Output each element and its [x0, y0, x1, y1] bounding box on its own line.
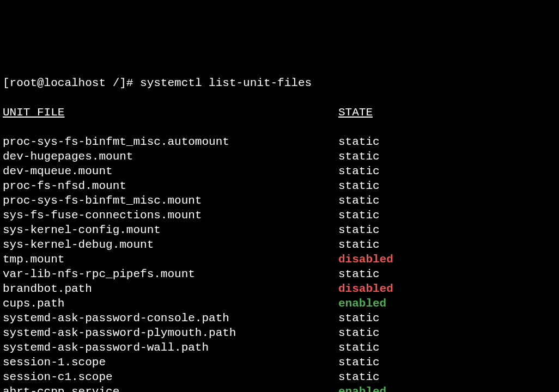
- prompt-user-host: [root@localhost /]#: [3, 77, 133, 89]
- table-row: session-1.scopestatic: [3, 355, 556, 370]
- table-row: session-c1.scopestatic: [3, 370, 556, 384]
- table-row: proc-sys-fs-binfmt_misc.mountstatic: [3, 193, 556, 208]
- unit-file-name: systemd-ask-password-wall.path: [3, 340, 338, 355]
- unit-state: static: [338, 312, 380, 324]
- unit-file-name: var-lib-nfs-rpc_pipefs.mount: [3, 267, 338, 281]
- unit-state: static: [338, 136, 380, 148]
- table-row: cups.pathenabled: [3, 296, 556, 311]
- unit-file-name: abrt-ccpp.service: [3, 384, 338, 392]
- unit-state: static: [338, 356, 380, 369]
- table-row: systemd-ask-password-console.pathstatic: [3, 311, 556, 326]
- table-row: sys-kernel-config.mountstatic: [3, 223, 556, 237]
- unit-state: disabled: [338, 283, 393, 295]
- unit-state: static: [338, 238, 380, 251]
- table-row: var-lib-nfs-rpc_pipefs.mountstatic: [3, 267, 556, 281]
- unit-file-name: cups.path: [3, 296, 338, 311]
- unit-state: static: [338, 194, 380, 207]
- table-row: dev-hugepages.mountstatic: [3, 149, 556, 164]
- table-row: systemd-ask-password-wall.pathstatic: [3, 340, 556, 355]
- header-state: STATE: [338, 106, 373, 119]
- table-row: systemd-ask-password-plymouth.pathstatic: [3, 326, 556, 340]
- unit-file-name: proc-fs-nfsd.mount: [3, 179, 338, 193]
- unit-state: static: [338, 165, 380, 177]
- unit-state: static: [338, 341, 380, 354]
- unit-file-name: sys-fs-fuse-connections.mount: [3, 208, 338, 223]
- table-row: proc-fs-nfsd.mountstatic: [3, 179, 556, 193]
- unit-state: static: [338, 224, 380, 236]
- unit-file-name: tmp.mount: [3, 252, 338, 267]
- unit-state: static: [338, 268, 380, 280]
- table-row: sys-kernel-debug.mountstatic: [3, 237, 556, 252]
- unit-file-name: brandbot.path: [3, 281, 338, 296]
- unit-state: static: [338, 150, 380, 163]
- table-row: tmp.mountdisabled: [3, 252, 556, 267]
- unit-file-name: proc-sys-fs-binfmt_misc.automount: [3, 134, 338, 149]
- unit-file-name: sys-kernel-config.mount: [3, 223, 338, 237]
- unit-state: static: [338, 180, 380, 192]
- prompt-command: systemctl list-unit-files: [140, 77, 312, 89]
- unit-state: enabled: [338, 385, 386, 392]
- prompt-line: [root@localhost /]# systemctl list-unit-…: [3, 76, 556, 90]
- header-row: UNIT FILESTATE: [3, 105, 556, 120]
- unit-file-name: session-c1.scope: [3, 370, 338, 384]
- unit-file-name: sys-kernel-debug.mount: [3, 237, 338, 252]
- unit-state: static: [338, 209, 380, 222]
- unit-state: static: [338, 371, 380, 383]
- unit-file-name: systemd-ask-password-plymouth.path: [3, 326, 338, 340]
- unit-file-name: dev-hugepages.mount: [3, 149, 338, 164]
- unit-state: static: [338, 327, 380, 339]
- terminal-output: [root@localhost /]# systemctl list-unit-…: [3, 61, 556, 392]
- unit-rows: proc-sys-fs-binfmt_misc.automountstaticd…: [3, 134, 556, 392]
- unit-file-name: systemd-ask-password-console.path: [3, 311, 338, 326]
- table-row: abrt-ccpp.serviceenabled: [3, 384, 556, 392]
- unit-state: disabled: [338, 253, 393, 266]
- table-row: sys-fs-fuse-connections.mountstatic: [3, 208, 556, 223]
- table-row: dev-mqueue.mountstatic: [3, 164, 556, 179]
- header-unit-file: UNIT FILE: [3, 105, 338, 120]
- unit-file-name: session-1.scope: [3, 355, 338, 370]
- unit-state: enabled: [338, 297, 386, 310]
- unit-file-name: dev-mqueue.mount: [3, 164, 338, 179]
- table-row: proc-sys-fs-binfmt_misc.automountstatic: [3, 134, 556, 149]
- unit-file-name: proc-sys-fs-binfmt_misc.mount: [3, 193, 338, 208]
- table-row: brandbot.pathdisabled: [3, 281, 556, 296]
